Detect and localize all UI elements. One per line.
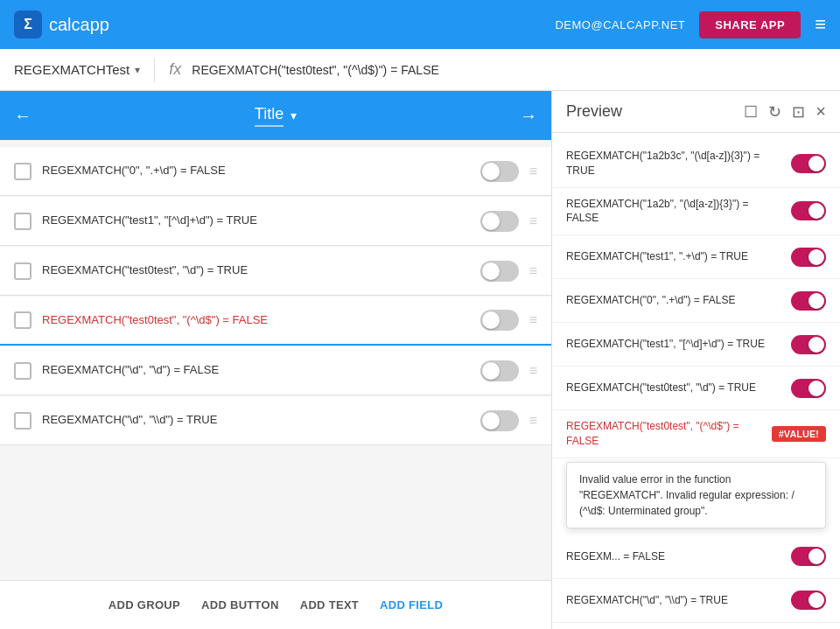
screen-name-selector[interactable]: REGEXMATCHTest ▾	[14, 62, 140, 77]
preview-error-row: REGEXMATCH("test0test", "(^\d$") = FALSE…	[552, 410, 840, 458]
add-button-button[interactable]: ADD BUTTON	[201, 598, 279, 612]
preview-list: REGEXMATCH("1a2b3c", "(\d[a-z]){3}") = T…	[552, 133, 840, 629]
phone-icon[interactable]: ☐	[744, 102, 758, 122]
preview-title: Preview	[566, 102, 733, 121]
nav-forward-button[interactable]: →	[520, 106, 537, 126]
add-text-button[interactable]: ADD TEXT	[300, 598, 359, 612]
field-checkbox[interactable]	[14, 412, 32, 430]
preview-row: REGEXMATCH("test0test", "\d") = TRUE	[552, 367, 840, 410]
preview-label: REGEXMATCH("1a2b3c", "(\d[a-z]){3}") = T…	[566, 149, 780, 178]
field-checkbox[interactable]	[14, 262, 32, 280]
fx-label: fx	[169, 60, 181, 79]
preview-toggle[interactable]	[791, 201, 826, 220]
formula-separator	[154, 58, 155, 82]
external-link-icon[interactable]: ⊡	[792, 102, 805, 122]
field-toggle[interactable]	[480, 360, 519, 381]
field-checkbox[interactable]	[14, 311, 32, 329]
drag-handle-icon[interactable]: ≡	[529, 263, 537, 279]
screen-title-area[interactable]: Title ▾	[255, 105, 297, 127]
field-row[interactable]: REGEXMATCH("test0test", "\d") = TRUE ≡	[0, 247, 551, 296]
field-checkbox[interactable]	[14, 213, 32, 230]
preview-label: REGEXM... = FALSE	[566, 549, 780, 564]
preview-header: Preview ☐ ↻ ⊡ ×	[552, 91, 840, 133]
left-panel: ← Title ▾ → REGEXMATCH("0", ".+\d") = FA…	[0, 91, 551, 629]
preview-label: REGEXMATCH("test1", ".+\d") = TRUE	[566, 249, 780, 264]
drag-handle-icon[interactable]: ≡	[529, 312, 537, 328]
right-panel: Preview ☐ ↻ ⊡ × REGEXMATCH("1a2b3c", "(\…	[551, 91, 840, 629]
preview-toggle[interactable]	[791, 291, 826, 311]
main-area: ← Title ▾ → REGEXMATCH("0", ".+\d") = FA…	[0, 91, 840, 629]
preview-row: REGEXMATCH("0", ".+\d") = FALSE	[552, 279, 840, 323]
field-checkbox[interactable]	[14, 362, 32, 380]
preview-toggle[interactable]	[791, 591, 826, 610]
field-row[interactable]: REGEXMATCH("test1", "[^\d]+\d") = TRUE ≡	[0, 197, 551, 246]
field-label: REGEXMATCH("\d", "\\d") = TRUE	[42, 412, 470, 428]
logo-icon: Σ	[14, 10, 42, 38]
screen-header: ← Title ▾ →	[0, 91, 551, 140]
screen-title-label: Title	[255, 105, 284, 127]
preview-row: REGEXM... = FALSE	[552, 535, 840, 579]
preview-row: REGEXMATCH("1a2b", "(\d[a-z]){3}") = FAL…	[552, 188, 840, 236]
field-checkbox[interactable]	[14, 163, 32, 180]
user-email: DEMO@CALCAPP.NET	[555, 18, 685, 31]
preview-label: REGEXMATCH("test1", "[^\d]+\d") = TRUE	[566, 337, 780, 352]
screen-name-dropdown-icon: ▾	[135, 64, 140, 76]
share-app-button[interactable]: SHARE APP	[699, 11, 801, 38]
field-label: REGEXMATCH("test1", "[^\d]+\d") = TRUE	[42, 213, 470, 228]
field-toggle[interactable]	[480, 161, 519, 182]
drag-handle-icon[interactable]: ≡	[529, 213, 537, 229]
close-icon[interactable]: ×	[816, 101, 826, 122]
preview-label: REGEXMATCH("\d", "\\d") = TRUE	[566, 593, 780, 608]
preview-row: REGEXMATCH("1a2b3c", "(\d[a-z]){3}") = T…	[552, 140, 840, 188]
drag-handle-icon[interactable]: ≡	[529, 164, 537, 179]
field-toggle[interactable]	[480, 211, 519, 232]
error-badge: #VALUE!	[772, 426, 826, 442]
field-toggle[interactable]	[480, 261, 519, 282]
field-label: REGEXMATCH("test0test", "\d") = TRUE	[42, 262, 470, 278]
screen-name-label: REGEXMATCHTest	[14, 62, 130, 77]
drag-handle-icon[interactable]: ≡	[529, 413, 537, 429]
add-group-button[interactable]: ADD GROUP	[108, 598, 180, 612]
field-label: REGEXMATCH("0", ".+\d") = FALSE	[42, 163, 470, 178]
refresh-icon[interactable]: ↻	[768, 102, 781, 122]
preview-label: REGEXMATCH("0", ".+\d") = FALSE	[566, 293, 780, 308]
header-right: DEMO@CALCAPP.NET SHARE APP ≡	[555, 11, 826, 38]
header-left: Σ calcapp	[14, 10, 109, 38]
bottom-toolbar: ADD GROUP ADD BUTTON ADD TEXT ADD FIELD	[0, 580, 551, 629]
field-row[interactable]: REGEXMATCH("\d", "\\d") = TRUE ≡	[0, 396, 551, 445]
field-row[interactable]: REGEXMATCH("0", ".+\d") = FALSE ≡	[0, 147, 551, 196]
fields-list: REGEXMATCH("0", ".+\d") = FALSE ≡ REGEXM…	[0, 140, 551, 580]
preview-toggle[interactable]	[791, 379, 826, 398]
formula-bar: REGEXMATCHTest ▾ fx REGEXMATCH("test0tes…	[0, 49, 840, 91]
preview-row: REGEXMATCH("test1", "[^\d]+\d") = TRUE	[552, 323, 840, 367]
menu-icon[interactable]: ≡	[815, 13, 826, 36]
field-label-active: REGEXMATCH("test0test", "(^\d$") = FALSE	[42, 312, 470, 328]
app-header: Σ calcapp DEMO@CALCAPP.NET SHARE APP ≡	[0, 0, 840, 49]
add-field-button[interactable]: ADD FIELD	[380, 598, 443, 612]
preview-toggle[interactable]	[791, 248, 826, 267]
field-label: REGEXMATCH("\d", "\d") = FALSE	[42, 362, 470, 378]
preview-toggle[interactable]	[791, 154, 826, 173]
field-toggle[interactable]	[480, 410, 519, 431]
preview-label: REGEXMATCH("1a2b", "(\d[a-z]){3}") = FAL…	[566, 197, 780, 227]
nav-back-button[interactable]: ←	[14, 106, 32, 126]
field-toggle[interactable]	[480, 310, 519, 331]
preview-toggle[interactable]	[791, 547, 826, 566]
preview-label: REGEXMATCH("test0test", "\d") = TRUE	[566, 381, 780, 395]
preview-row: REGEXMATCH("test1", ".+\d") = TRUE	[552, 235, 840, 279]
preview-row: REGEXMATCH("\d", "\\d") = TRUE	[552, 579, 840, 623]
preview-toggle[interactable]	[791, 335, 826, 354]
field-row[interactable]: REGEXMATCH("\d", "\d") = FALSE ≡	[0, 346, 551, 395]
title-caret-icon: ▾	[290, 108, 297, 122]
formula-text[interactable]: REGEXMATCH("test0test", "(^\d$)") = FALS…	[192, 63, 826, 77]
error-tooltip: Invalid value error in the function "REG…	[566, 462, 826, 528]
app-name: calcapp	[49, 15, 109, 35]
preview-error-label: REGEXMATCH("test0test", "(^\d$") = FALSE	[566, 419, 761, 449]
field-row-active[interactable]: REGEXMATCH("test0test", "(^\d$") = FALSE…	[0, 297, 551, 346]
drag-handle-icon[interactable]: ≡	[529, 363, 537, 379]
